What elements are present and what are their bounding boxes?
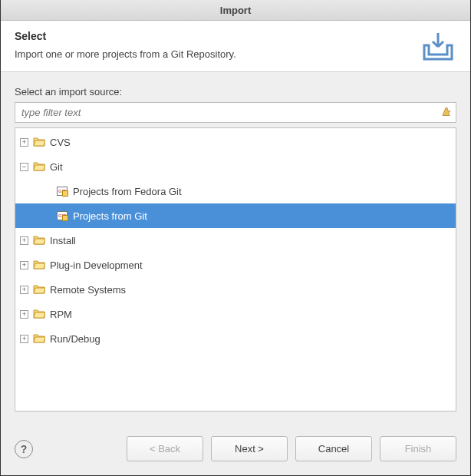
tree-item[interactable]: +Install — [15, 228, 456, 253]
import-icon — [420, 30, 456, 64]
back-button[interactable]: < Back — [127, 436, 203, 461]
expand-icon[interactable]: + — [20, 236, 28, 245]
folder-icon — [33, 234, 45, 246]
titlebar-text: Import — [220, 5, 251, 16]
filter-input[interactable] — [15, 102, 456, 123]
folder-icon — [33, 136, 45, 148]
page-subtitle: Import one or more projects from a Git R… — [15, 48, 236, 60]
folder-icon — [33, 160, 45, 173]
git-icon: GIT — [56, 210, 68, 222]
tree-item-label: Projects from Git — [73, 210, 147, 222]
folder-icon — [33, 283, 45, 296]
expand-icon[interactable]: + — [20, 335, 28, 343]
tree-item-label: Install — [50, 235, 76, 246]
expand-icon[interactable]: + — [20, 286, 28, 294]
source-label: Select an import source: — [15, 86, 456, 98]
tree-item-label: Plug-in Development — [50, 259, 143, 271]
tree-item[interactable]: +RPM — [15, 302, 456, 326]
tree-item-label: Remote Systems — [50, 284, 126, 296]
dialog-body: Select an import source: +CVS−GitGITProj… — [1, 72, 470, 425]
help-button[interactable]: ? — [15, 440, 33, 458]
tree-item-label: RPM — [50, 309, 72, 320]
tree-item-label: Run/Debug — [50, 333, 100, 345]
git-icon: GIT — [56, 185, 68, 197]
tree-item[interactable]: +CVS — [15, 130, 456, 154]
folder-icon — [33, 308, 45, 320]
next-button[interactable]: Next > — [211, 436, 288, 461]
titlebar: Import — [1, 0, 470, 21]
import-source-tree[interactable]: +CVS−GitGITProjects from Fedora GitGITPr… — [15, 128, 456, 411]
folder-icon — [33, 332, 45, 345]
collapse-icon[interactable]: − — [20, 163, 28, 171]
page-title: Select — [15, 30, 236, 42]
cancel-button[interactable]: Cancel — [295, 436, 372, 461]
expand-icon[interactable]: + — [20, 310, 28, 319]
finish-button[interactable]: Finish — [380, 436, 456, 461]
tree-item[interactable]: +Run/Debug — [15, 326, 456, 351]
tree-item-label: Projects from Fedora Git — [73, 186, 182, 197]
expand-icon[interactable]: + — [20, 261, 28, 269]
clear-filter-icon[interactable] — [441, 106, 452, 119]
tree-item-label: Git — [50, 161, 63, 173]
tree-item[interactable]: +Plug-in Development — [15, 253, 456, 277]
wizard-header: Select Import one or more projects from … — [1, 21, 470, 72]
tree-item[interactable]: GITProjects from Fedora Git — [15, 179, 456, 203]
tree-item-label: CVS — [50, 137, 71, 148]
header-text: Select Import one or more projects from … — [15, 30, 236, 60]
tree-item[interactable]: −Git — [15, 154, 456, 179]
dialog-footer: ? < Back Next > Cancel Finish — [1, 425, 470, 475]
tree-container: +CVS−GitGITProjects from Fedora GitGITPr… — [15, 127, 456, 412]
tree-item[interactable]: +Remote Systems — [15, 277, 456, 302]
filter-wrap — [15, 102, 456, 123]
import-dialog: Import Select Import one or more project… — [0, 0, 471, 476]
expand-icon[interactable]: + — [20, 138, 28, 147]
tree-item[interactable]: GITProjects from Git — [15, 203, 456, 228]
folder-icon — [33, 259, 45, 271]
